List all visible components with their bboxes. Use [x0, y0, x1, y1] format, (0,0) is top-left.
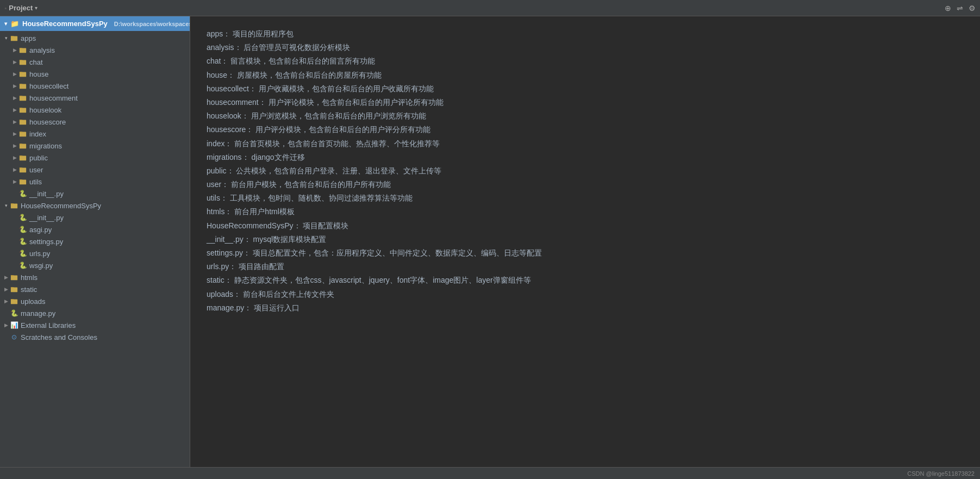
tree-item-hrspy-init[interactable]: 🐍 __init__.py: [0, 211, 190, 223]
content-line: urls.py： 项目路由配置: [207, 260, 964, 273]
svg-rect-3: [20, 72, 26, 77]
content-line: house： 房屋模块，包含前台和后台的房屋所有功能: [207, 69, 964, 82]
tree-item-settings[interactable]: 🐍 settings.py: [0, 235, 190, 247]
content-line: static： 静态资源文件夹，包含css、javascript、jquery、…: [207, 273, 964, 287]
folder-icon-housecomment: [18, 94, 27, 102]
folder-icon-utils: [18, 177, 27, 186]
tree-item-manage[interactable]: 🐍 manage.py: [0, 307, 190, 319]
content-line: public： 公共模块，包含前台用户登录、注册、退出登录、文件上传等: [207, 164, 964, 178]
arrow-house: ▶: [11, 70, 18, 78]
folder-icon-house: [18, 70, 27, 78]
folder-icon-htmls: [10, 273, 18, 282]
tree-item-wsgi[interactable]: 🐍 wsgi.py: [0, 259, 190, 271]
content-line: uploads： 前台和后台文件上传文件夹: [207, 288, 964, 301]
sidebar: ▾ 📁 HouseRecommendSysPy D:\workspaces\wo…: [0, 16, 190, 467]
label-user: user: [29, 166, 43, 174]
content-line: htmls： 前台用户html模板: [207, 205, 964, 219]
tree-item-public[interactable]: ▶ public: [0, 152, 190, 164]
top-bar-title: Project: [9, 4, 33, 12]
content-line: migrations： django文件迁移: [207, 151, 964, 164]
folder-icon-public: [18, 153, 27, 162]
tree-item-index[interactable]: ▶ index: [0, 128, 190, 140]
label-asgi: asgi.py: [29, 226, 52, 234]
tree-item-external-libs[interactable]: ▶ 📊 External Libraries: [0, 319, 190, 331]
folder-icon-analysis: [18, 46, 27, 54]
label-wsgi: wsgi.py: [29, 262, 53, 270]
py-icon-hrspy-init: 🐍: [18, 213, 27, 222]
content-line: chat： 留言模块，包含前台和后台的留言所有功能: [207, 54, 964, 68]
tree-item-housecomment[interactable]: ▶ housecomment: [0, 92, 190, 104]
label-housecomment: housecomment: [29, 94, 78, 102]
content-line: manage.py： 项目运行入口: [207, 301, 964, 315]
arrow-housescore: ▶: [11, 118, 18, 126]
scratch-icon: ⊙: [10, 333, 18, 341]
tree-item-housecollect[interactable]: ▶ housecollect: [0, 80, 190, 92]
expand-arrow-icon: ▾: [4, 21, 7, 27]
svg-rect-16: [11, 300, 17, 304]
arrow-chat: ▶: [11, 58, 18, 66]
label-hrspy-init: __init__.py: [29, 214, 64, 222]
settings-icon[interactable]: ⚙: [969, 4, 976, 13]
svg-rect-2: [20, 60, 26, 65]
tree-item-housescore[interactable]: ▶ housescore: [0, 116, 190, 128]
svg-rect-15: [11, 288, 17, 293]
content-line: __init__.py： mysql数据库模块配置: [207, 233, 964, 246]
tree-item-chat[interactable]: ▶ chat: [0, 56, 190, 68]
tree-item-scratches[interactable]: ⊙ Scratches and Consoles: [0, 331, 190, 343]
arrow-utils: ▶: [11, 178, 18, 185]
py-icon-settings: 🐍: [18, 237, 27, 246]
content-lines: apps： 项目的应用程序包analysis： 后台管理员可视化数据分析模块ch…: [207, 27, 964, 315]
folder-icon-chat: [18, 58, 27, 66]
folder-icon-migrations: [18, 141, 27, 150]
dropdown-arrow-icon[interactable]: ▾: [35, 5, 38, 11]
label-uploads: uploads: [21, 297, 46, 306]
tree-item-utils[interactable]: ▶ utils: [0, 176, 190, 188]
tree-item-htmls[interactable]: ▶ htmls: [0, 271, 190, 283]
label-chat: chat: [29, 58, 43, 66]
label-scratches: Scratches and Consoles: [21, 333, 97, 341]
tree-item-migrations[interactable]: ▶ migrations: [0, 140, 190, 152]
label-migrations: migrations: [29, 142, 62, 150]
tree-item-asgi[interactable]: 🐍 asgi.py: [0, 223, 190, 235]
label-analysis: analysis: [29, 46, 55, 54]
bottom-bar-text: CSDN @linge511873822: [907, 470, 975, 477]
svg-rect-8: [20, 132, 26, 137]
project-dropdown-button[interactable]: ▪ Project ▾: [4, 4, 38, 12]
tree-item-apps[interactable]: ▾ apps: [0, 32, 190, 44]
label-settings: settings.py: [29, 238, 63, 246]
tree-item-user[interactable]: ▶ user: [0, 164, 190, 176]
content-area: apps： 项目的应用程序包analysis： 后台管理员可视化数据分析模块ch…: [190, 16, 980, 467]
svg-rect-7: [20, 120, 26, 125]
content-line: housescore： 用户评分模块，包含前台和后台的用户评分所有功能: [207, 123, 964, 136]
tree-item-houselook[interactable]: ▶ houselook: [0, 104, 190, 116]
label-public: public: [29, 154, 48, 162]
svg-rect-9: [20, 144, 26, 149]
tree-item-house[interactable]: ▶ house: [0, 68, 190, 80]
project-name: HouseRecommendSysPy: [22, 20, 108, 28]
svg-rect-0: [11, 36, 17, 41]
tree-item-analysis[interactable]: ▶ analysis: [0, 44, 190, 56]
svg-rect-12: [20, 180, 26, 185]
py-icon-wsgi: 🐍: [18, 261, 27, 270]
arrow-hrspy-init: [11, 214, 18, 221]
tree-item-static[interactable]: ▶ static: [0, 283, 190, 295]
py-icon-manage: 🐍: [10, 309, 18, 318]
label-houselook: houselook: [29, 106, 61, 114]
svg-rect-14: [11, 276, 17, 281]
svg-rect-4: [20, 84, 26, 89]
tree-item-urls[interactable]: 🐍 urls.py: [0, 247, 190, 259]
arrow-static: ▶: [2, 285, 10, 293]
top-bar-actions: ⊕ ⇌ ⚙: [945, 4, 976, 13]
svg-rect-11: [20, 168, 26, 173]
arrow-urls: [11, 250, 18, 257]
arrow-wsgi: [11, 262, 18, 269]
tree-item-uploads[interactable]: ▶ uploads: [0, 295, 190, 307]
globe-icon[interactable]: ⊕: [945, 4, 951, 13]
tree-item-hrspy[interactable]: ▾ HouseRecommendSysPy: [0, 200, 190, 211]
project-folder-icon: 📁: [10, 20, 19, 28]
content-line: user： 前台用户模块，包含前台和后台的用户所有功能: [207, 178, 964, 191]
arrow-houselook: ▶: [11, 106, 18, 114]
svg-rect-13: [11, 204, 17, 209]
layout-icon[interactable]: ⇌: [957, 4, 963, 13]
tree-item-apps-init[interactable]: ▶ 🐍 __init__.py: [0, 188, 190, 200]
